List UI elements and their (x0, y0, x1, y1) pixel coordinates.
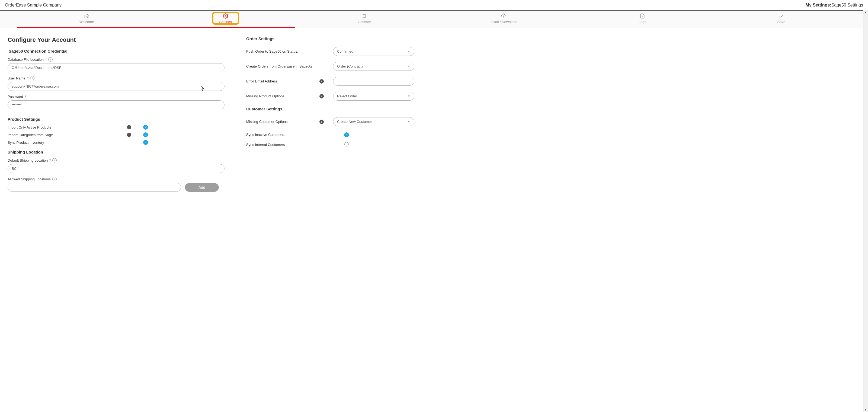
select-value: Confirmed (337, 49, 353, 53)
toggle-label: Sync Product Inventory (8, 141, 127, 145)
toggle-label: Sync Internal Customers (246, 143, 341, 147)
my-settings-breadcrumb: My Settings:Sage50 Settings (805, 3, 863, 8)
chevron-down-icon: ▼ (408, 120, 410, 123)
tab-activate[interactable]: Activate (295, 10, 434, 28)
select-value: Create New Customer (337, 120, 372, 124)
scrollbar[interactable]: ▲ ▼ (863, 10, 868, 412)
left-column: Configure Your Account Sage50 Connection… (8, 36, 224, 402)
scroll-up-arrow[interactable]: ▲ (865, 10, 867, 14)
svg-point-2 (363, 14, 364, 15)
my-settings-label: My Settings: (805, 3, 831, 7)
tab-label: Welcome (80, 20, 94, 24)
setting-label: Missing Customer Options: (246, 120, 317, 124)
setting-label: Push Order to Sage50 on Status: (246, 49, 317, 53)
top-bar: OrderEase Sample Company My Settings:Sag… (0, 0, 868, 10)
my-settings-value: Sage50 Settings (831, 3, 863, 7)
default-shipping-input[interactable] (8, 164, 224, 173)
sync-internal-customers-row: Sync Internal Customers (246, 142, 414, 147)
push-order-row: Push Order to Sage50 on Status: Confirme… (246, 47, 414, 56)
db-location-input[interactable] (8, 63, 224, 72)
gear-icon (223, 13, 228, 19)
sync-inactive-customers-row: Sync Inactive Customers ✓ (246, 132, 414, 137)
tab-settings[interactable]: Settings (156, 10, 295, 28)
allowed-shipping-input[interactable] (8, 183, 181, 192)
tab-save[interactable]: Save (712, 10, 850, 28)
username-input[interactable] (8, 82, 224, 91)
required-mark: * (27, 76, 28, 80)
select-value: Reject Order (337, 94, 357, 98)
add-button[interactable]: Add (185, 183, 219, 192)
toggle-off[interactable] (344, 142, 349, 146)
setting-label: Missing Product Options: (246, 94, 317, 98)
toggle-on[interactable]: ✓ (143, 133, 148, 137)
missing-customer-row: Missing Customer Options: i Create New C… (246, 117, 414, 126)
toggle-label: Sync Inactive Customers (246, 133, 341, 137)
error-email-row: Error Email Address: i (246, 77, 414, 86)
select-value: Order (Contract) (337, 64, 363, 68)
section-customer-title: Customer Settings (246, 107, 414, 111)
company-name: OrderEase Sample Company (5, 3, 62, 8)
tab-logs[interactable]: Logs (573, 10, 712, 28)
tab-label: Settings (219, 20, 232, 24)
file-icon (640, 13, 645, 19)
section-shipping-title: Shipping Location (8, 150, 224, 154)
toggle-label: Import Categories from Sage (8, 133, 127, 137)
create-orders-row: Create Orders from OrderEase in Sage As:… (246, 62, 414, 71)
page-title: Configure Your Account (8, 36, 224, 43)
setting-label: Error Email Address: (246, 79, 317, 83)
right-column: Order Settings Push Order to Sage50 on S… (246, 36, 414, 402)
db-location-label: Database File Location * i (8, 57, 224, 62)
toggle-on[interactable]: ✓ (143, 140, 148, 145)
tab-welcome[interactable]: Welcome (18, 10, 156, 28)
info-icon[interactable]: i (127, 133, 131, 137)
missing-customer-select[interactable]: Create New Customer ▼ (333, 117, 414, 126)
section-connection-title: Sage50 Connection Credential (9, 49, 224, 53)
chevron-down-icon: ▼ (408, 50, 410, 53)
cloud-download-icon (501, 13, 506, 19)
scroll-down-arrow[interactable]: ▼ (865, 407, 867, 412)
error-email-input[interactable] (333, 77, 414, 86)
info-icon[interactable]: i (52, 177, 57, 181)
password-label: Password * (8, 95, 224, 99)
sync-inventory-row: Sync Product Inventory ✓ (8, 140, 224, 145)
content-area: Configure Your Account Sage50 Connection… (0, 28, 868, 412)
tab-label: Logs (639, 20, 646, 24)
svg-point-0 (225, 16, 226, 17)
required-mark: * (49, 158, 51, 163)
password-input[interactable] (8, 100, 224, 109)
tab-install-download[interactable]: Install / Download (434, 10, 573, 28)
default-shipping-label: Default Shipping Location * i (8, 158, 224, 163)
info-icon[interactable]: i (30, 76, 34, 80)
tab-label: Save (777, 20, 785, 24)
section-order-title: Order Settings (246, 36, 414, 41)
push-order-select[interactable]: Confirmed ▼ (333, 47, 414, 56)
sliders-icon (362, 13, 367, 19)
svg-point-4 (365, 16, 366, 16)
username-label: User Name * i (8, 76, 224, 80)
info-icon[interactable]: i (52, 158, 57, 163)
info-icon[interactable]: i (48, 57, 53, 62)
svg-point-6 (363, 17, 364, 18)
tab-label: Install / Download (490, 20, 517, 24)
setting-label: Create Orders from OrderEase in Sage As: (246, 64, 317, 68)
chevron-down-icon: ▼ (408, 95, 410, 98)
missing-product-select[interactable]: Reject Order ▼ (333, 92, 414, 100)
info-icon[interactable]: i (319, 94, 324, 98)
tab-label: Activate (358, 20, 371, 24)
create-orders-select[interactable]: Order (Contract) ▼ (333, 62, 414, 71)
section-product-title: Product Settings (8, 117, 224, 121)
import-active-products-row: Import Only Active Products i ✓ (8, 125, 224, 130)
toggle-label: Import Only Active Products (8, 125, 127, 129)
info-icon[interactable]: i (319, 120, 324, 124)
required-mark: * (25, 95, 26, 99)
missing-product-row: Missing Product Options: i Reject Order … (246, 92, 414, 100)
info-icon[interactable]: i (319, 79, 324, 84)
tabs-container: Welcome Settings Activate Install / Down… (0, 10, 868, 28)
check-icon (778, 13, 784, 19)
import-categories-row: Import Categories from Sage i ✓ (8, 133, 224, 137)
required-mark: * (45, 58, 46, 62)
toggle-on[interactable]: ✓ (143, 125, 148, 130)
info-icon[interactable]: i (127, 125, 131, 129)
toggle-on[interactable]: ✓ (344, 133, 349, 137)
chevron-down-icon: ▼ (408, 65, 410, 68)
